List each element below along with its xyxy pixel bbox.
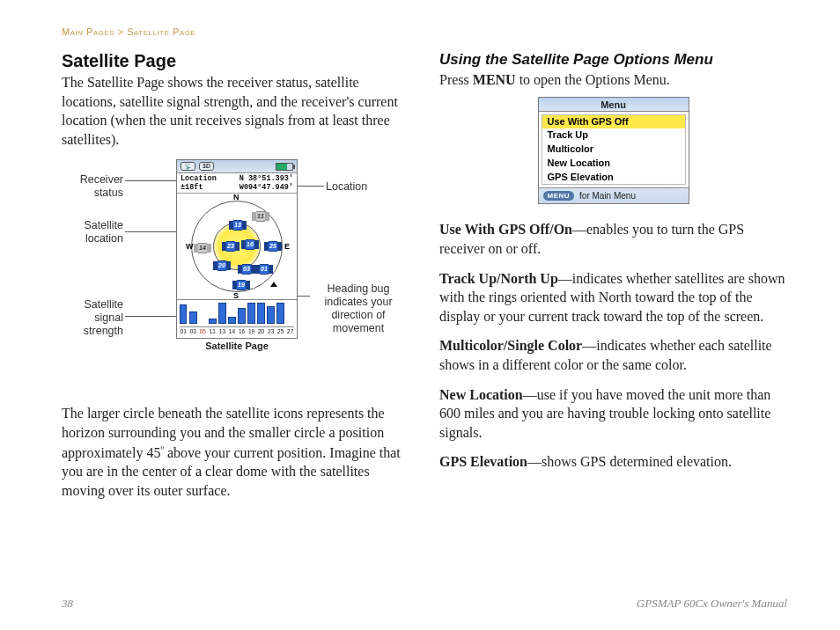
menu-item-gps-elevation[interactable]: GPS Elevation — [542, 171, 685, 185]
page: Main Pages > Satellite Page Satellite Pa… — [0, 0, 840, 630]
cardinal-e: E — [284, 242, 290, 251]
annot-signal-strength: Satellite signal strength — [62, 298, 123, 338]
signal-bar-label: 01 — [181, 328, 187, 334]
menu-footer-text: for Main Menu — [579, 191, 636, 201]
annot-heading-bug: Heading bug indicates your direction of … — [310, 282, 407, 335]
battery-icon — [276, 163, 293, 171]
signal-bar: 05 — [199, 302, 206, 334]
menu-key-badge: MENU — [543, 191, 575, 201]
signal-bar-label: 16 — [239, 328, 245, 334]
annot-line — [125, 316, 176, 317]
satellite-icon: 25 — [265, 241, 281, 252]
sat-prn: 25 — [268, 241, 278, 252]
manual-name: GPSMAP 60Cx Owner's Manual — [637, 597, 787, 611]
sat-prn: 11 — [255, 211, 266, 222]
opt-newloc-label: New Location — [439, 387, 523, 402]
breadcrumb: Main Pages > Satellite Page — [62, 26, 787, 37]
menu-list: Use With GPS Off Track Up Multicolor New… — [542, 114, 686, 186]
satellite-figure: Receiver status Satellite location Satel… — [62, 159, 409, 392]
sat-icon: 📡 — [181, 162, 195, 171]
opt-color-label: Multicolor/Single Color — [439, 338, 582, 353]
signal-bar-label: 20 — [258, 328, 264, 334]
satellite-icon: 19 — [233, 280, 249, 290]
satellite-icon: 13 — [230, 220, 246, 231]
options-menu-title: Using the Satellite Page Options Menu — [439, 51, 787, 69]
annot-receiver-status: Receiver status — [62, 173, 123, 200]
sat-prn: 01 — [259, 264, 269, 275]
menu-title-bar: Menu — [539, 98, 689, 112]
opt-track-label: Track Up/North Up — [439, 271, 558, 286]
satellite-icon: 23 — [223, 241, 239, 252]
signal-bar: 27 — [287, 302, 294, 334]
satellite-icon: 03 — [239, 264, 254, 275]
signal-bar-label: 11 — [210, 328, 216, 334]
sat-prn: 20 — [217, 260, 227, 271]
opt-newloc: New Location—use if you have moved the u… — [439, 385, 787, 443]
menu-item-multicolor[interactable]: Multicolor — [542, 143, 685, 157]
sat-prn: 03 — [241, 264, 252, 275]
signal-bar-label: 19 — [248, 328, 254, 334]
opt-color: Multicolor/Single Color—indicates whethe… — [439, 336, 787, 374]
signal-bar: 13 — [218, 302, 225, 334]
signal-bars: 010305111314161920232527 — [177, 299, 297, 338]
horizon-paragraph: The larger circle beneath the satellite … — [62, 404, 409, 500]
intro-paragraph: The Satellite Page shows the receiver st… — [62, 73, 409, 149]
columns: Satellite Page The Satellite Page shows … — [62, 46, 787, 511]
sat-prn: 23 — [225, 241, 236, 252]
press-a: Press — [439, 72, 473, 87]
annot-line — [125, 180, 176, 181]
opt-elev-label: GPS Elevation — [439, 454, 527, 469]
sat-prn: 13 — [232, 220, 243, 231]
figure-caption: Satellite Page — [176, 341, 298, 351]
signal-bar-label: 05 — [200, 328, 206, 334]
breadcrumb-a: Main Pages — [62, 26, 114, 37]
options-menu-figure: Menu Use With GPS Off Track Up Multicolo… — [538, 97, 689, 205]
page-number: 38 — [62, 597, 73, 611]
satellite-icon: 20 — [214, 260, 230, 271]
page-title: Satellite Page — [62, 51, 409, 71]
device-screen: 📡 3D Location ±18ft N 38°51.393' W — [176, 159, 298, 351]
signal-bar-label: 14 — [229, 328, 235, 334]
location-accuracy: ±18ft — [181, 184, 217, 192]
device-top-bar: 📡 3D — [177, 160, 297, 173]
heading-bug-icon — [270, 282, 277, 287]
annot-line — [298, 186, 324, 187]
press-menu-line: Press MENU to open the Options Menu. — [439, 70, 787, 90]
signal-bar: 19 — [247, 302, 254, 334]
press-menu-key: MENU — [473, 72, 516, 87]
signal-bar: 01 — [180, 302, 187, 334]
left-column: Satellite Page The Satellite Page shows … — [62, 46, 409, 511]
satellite-icon: 14 — [195, 243, 210, 253]
page-footer: 38 GPSMAP 60Cx Owner's Manual — [62, 597, 787, 611]
signal-bar-label: 23 — [268, 328, 274, 334]
sat-prn: 19 — [236, 280, 247, 290]
signal-bar-label: 25 — [277, 328, 284, 334]
opt-gps: Use With GPS Off/On—enables you to turn … — [439, 220, 787, 258]
signal-bar: 03 — [189, 302, 196, 334]
signal-bar: 14 — [228, 302, 235, 334]
signal-bar: 25 — [276, 302, 284, 334]
menu-item-new-location[interactable]: New Location — [542, 157, 685, 171]
status-3d-badge: 3D — [199, 162, 214, 171]
satellite-icon: 11 — [253, 211, 269, 222]
opt-gps-label: Use With GPS Off/On — [439, 222, 572, 237]
press-c: to open the Options Menu. — [516, 72, 670, 87]
opt-elev-text: —shows GPS determined elevation. — [527, 454, 732, 469]
device-location-readout: Location ±18ft N 38°51.393' W094°47.949' — [177, 173, 297, 194]
menu-item-gps-off[interactable]: Use With GPS Off — [542, 115, 685, 129]
cardinal-n: N — [233, 193, 239, 201]
location-lon: W094°47.949' — [239, 184, 293, 192]
signal-bar: 16 — [238, 302, 245, 334]
satellite-icon: 01 — [256, 264, 272, 275]
signal-bar-label: 03 — [190, 328, 196, 334]
sat-prn: 14 — [197, 243, 208, 253]
menu-item-track-up[interactable]: Track Up — [542, 128, 685, 143]
annot-location: Location — [326, 180, 396, 194]
signal-bar-label: 13 — [219, 328, 225, 334]
breadcrumb-b: Satellite Page — [127, 26, 195, 37]
breadcrumb-sep: > — [118, 26, 124, 37]
sky-view: N E S W 13 11 23 16 25 20 03 0 — [177, 194, 297, 299]
cardinal-w: W — [186, 242, 194, 251]
menu-footer: MENU for Main Menu — [539, 187, 689, 203]
device-shell: 📡 3D Location ±18ft N 38°51.393' W — [176, 159, 298, 339]
